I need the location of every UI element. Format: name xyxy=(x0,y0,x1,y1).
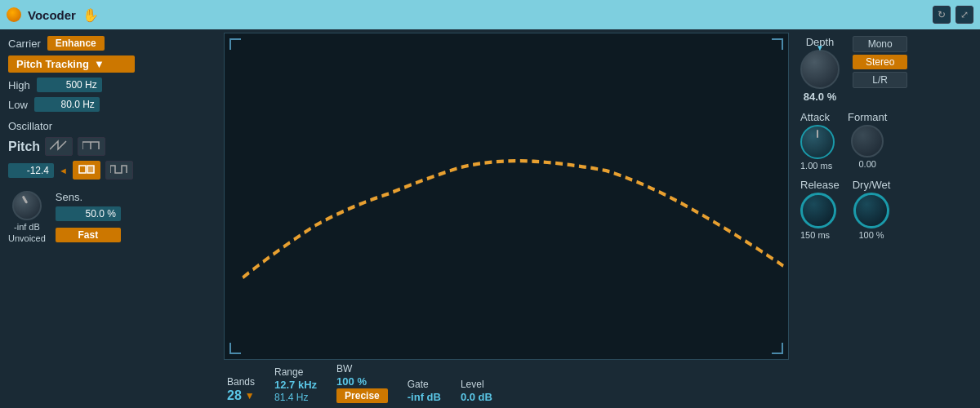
expand-button[interactable]: ⤢ xyxy=(956,6,973,24)
high-input[interactable] xyxy=(37,78,102,92)
attack-knob[interactable] xyxy=(800,125,835,159)
bw-label: BW xyxy=(336,363,388,375)
high-label: High xyxy=(8,79,30,91)
wave-square-button[interactable] xyxy=(78,137,105,156)
depth-knob[interactable] xyxy=(800,50,840,89)
carrier-row: Carrier Enhance xyxy=(8,36,212,51)
level-label: Level xyxy=(461,379,492,390)
formant-knob[interactable] xyxy=(851,125,884,157)
bands-value: 28 xyxy=(227,388,242,403)
release-group: Release 150 ms xyxy=(800,179,840,240)
center-panel: Bands 28 ▼ Range 12.7 kHz 81.4 Hz BW 100… xyxy=(220,29,792,408)
sens-input[interactable] xyxy=(56,206,121,221)
main-content: Carrier Enhance Pitch Tracking ▼ High Lo… xyxy=(0,29,980,408)
spectrum-svg xyxy=(225,33,788,359)
spectrum-display xyxy=(224,33,789,360)
corner-tr xyxy=(772,38,783,50)
attack-group: Attack 1.00 ms xyxy=(800,111,835,171)
left-panel: Carrier Enhance Pitch Tracking ▼ High Lo… xyxy=(0,29,220,408)
drywet-label: Dry/Wet xyxy=(853,179,891,191)
sens-label: Sens. xyxy=(56,191,121,203)
low-label: Low xyxy=(8,99,28,111)
range-value1: 12.7 kHz xyxy=(274,379,317,391)
fast-button[interactable]: Fast xyxy=(56,228,121,242)
right-panel: Depth 84.0 % Mono Stereo L/R Attack 1.00… xyxy=(792,29,980,408)
corner-bl xyxy=(229,343,241,354)
unvoiced-value: -inf dB xyxy=(14,222,40,232)
bottom-bar: Bands 28 ▼ Range 12.7 kHz 81.4 Hz BW 100… xyxy=(224,360,789,405)
sens-group: Sens. Fast xyxy=(56,191,121,242)
wave-saw-button[interactable] xyxy=(45,137,73,156)
release-knob[interactable] xyxy=(800,193,836,228)
unvoiced-knob-group: -inf dB Unvoiced xyxy=(8,191,46,243)
bands-dropdown-icon[interactable]: ▼ xyxy=(245,390,255,401)
bw-value: 100 % xyxy=(336,375,388,388)
drywet-group: Dry/Wet 100 % xyxy=(853,179,891,240)
gate-label: Gate xyxy=(408,379,441,390)
pitch-label: Pitch xyxy=(8,140,40,154)
formant-value: 0.00 xyxy=(858,159,875,169)
bands-label: Bands xyxy=(227,376,255,388)
unvoiced-knob[interactable] xyxy=(12,191,42,220)
bands-param: Bands 28 ▼ xyxy=(227,376,255,403)
drywet-value: 100 % xyxy=(858,230,884,240)
mono-button[interactable]: Mono xyxy=(853,36,907,52)
hand-icon: ✋ xyxy=(82,7,99,23)
svg-rect-1 xyxy=(87,166,94,173)
range-param: Range 12.7 kHz 81.4 Hz xyxy=(274,366,317,403)
lr-button[interactable]: L/R xyxy=(853,72,907,88)
pitch-val-row: ◄ xyxy=(8,161,212,180)
range-value2: 81.4 Hz xyxy=(274,392,317,403)
oscillator-label: Oscillator xyxy=(8,120,212,132)
wave-square-fill-button[interactable] xyxy=(73,161,100,180)
drywet-knob[interactable] xyxy=(853,193,889,228)
formant-label: Formant xyxy=(848,111,887,123)
level-param: Level 0.0 dB xyxy=(461,379,492,403)
attack-label: Attack xyxy=(800,111,830,123)
stereo-button[interactable]: Stereo xyxy=(853,55,907,69)
depth-group: Depth 84.0 % xyxy=(800,36,840,103)
corner-br xyxy=(772,343,783,354)
plugin-title: Vocoder xyxy=(28,8,76,22)
formant-group: Formant 0.00 xyxy=(848,111,887,169)
title-bar: Vocoder ✋ ↻ ⤢ xyxy=(0,0,980,29)
gate-value: -inf dB xyxy=(408,391,441,403)
precise-button[interactable]: Precise xyxy=(336,388,388,403)
range-label: Range xyxy=(274,366,317,378)
pitch-tracking-dropdown[interactable]: Pitch Tracking ▼ xyxy=(8,55,135,73)
bw-param: BW 100 % Precise xyxy=(336,363,388,403)
title-right-controls: ↻ ⤢ xyxy=(933,6,973,24)
corner-tl xyxy=(229,38,241,50)
gate-param: Gate -inf dB xyxy=(408,379,441,403)
enhance-button[interactable]: Enhance xyxy=(47,36,105,51)
low-param-row: Low xyxy=(8,97,212,112)
level-value: 0.0 dB xyxy=(461,391,492,403)
pitch-arrow-icon: ◄ xyxy=(59,166,68,175)
refresh-button[interactable]: ↻ xyxy=(933,6,951,24)
mono-stereo-group: Mono Stereo L/R xyxy=(853,36,907,88)
pitch-value-input[interactable] xyxy=(8,163,54,178)
carrier-label: Carrier xyxy=(8,38,41,50)
wave-pulse-button[interactable] xyxy=(105,161,133,180)
pitch-row: Pitch xyxy=(8,137,212,156)
power-led[interactable] xyxy=(7,7,21,22)
svg-rect-0 xyxy=(79,166,86,173)
high-param-row: High xyxy=(8,78,212,92)
right-top-row: Depth 84.0 % Mono Stereo L/R xyxy=(800,36,972,103)
release-value: 150 ms xyxy=(800,230,830,240)
depth-value: 84.0 % xyxy=(804,91,836,103)
unvoiced-row: -inf dB Unvoiced Sens. Fast xyxy=(8,191,212,243)
release-label: Release xyxy=(800,179,840,191)
low-input[interactable] xyxy=(34,97,100,112)
attack-value: 1.00 ms xyxy=(800,161,832,171)
unvoiced-label: Unvoiced xyxy=(8,233,46,243)
bands-row: 28 ▼ xyxy=(227,388,255,403)
